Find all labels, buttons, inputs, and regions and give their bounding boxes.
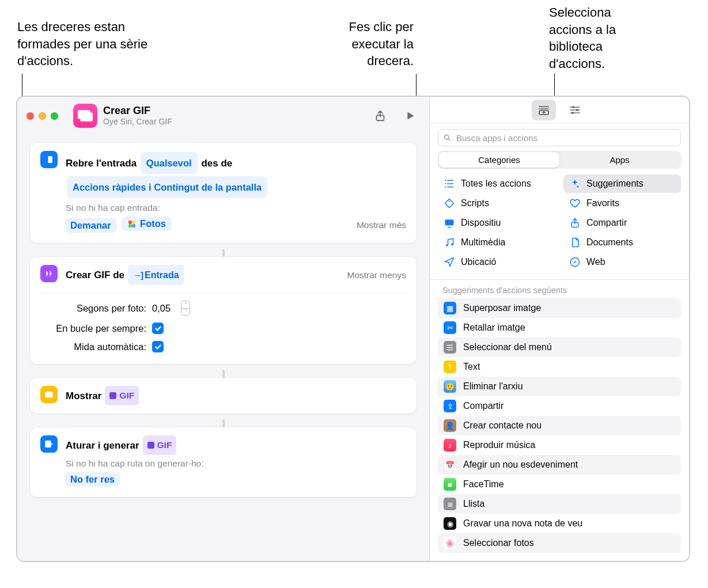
chip-photos[interactable]: Fotos [122, 217, 172, 231]
suggestion-item[interactable]: ⇪Compartir [438, 396, 681, 416]
chip-input-type[interactable]: Qualsevol [141, 152, 198, 174]
library-pane: Busca apps i accions Categories Apps Tot… [430, 97, 689, 561]
search-placeholder: Busca apps i accions [456, 133, 537, 143]
category-label: Web [586, 257, 605, 267]
chip-ask[interactable]: Demanar [65, 218, 117, 233]
category-label: Suggeriments [586, 179, 643, 189]
callout-library: Selecciona accions a la biblioteca d'acc… [549, 4, 647, 73]
app-icon: T [444, 361, 456, 373]
library-button[interactable] [532, 100, 556, 120]
suggestion-label: Seleccionar del menú [463, 342, 552, 352]
svg-point-14 [449, 201, 450, 202]
close-window-button[interactable] [26, 112, 34, 120]
svg-point-8 [576, 109, 578, 111]
stepper-buttons[interactable]: ˄ ˅ [181, 301, 190, 316]
suggestion-item[interactable]: 🙂Eliminar l'arxiu [438, 377, 681, 396]
loop-forever-checkbox[interactable] [152, 323, 164, 334]
seconds-per-photo-input[interactable] [152, 303, 179, 314]
text-fragment: Rebre l'entrada [66, 158, 139, 169]
category-label: Documents [586, 237, 633, 248]
action-card-output[interactable]: Aturar i generar GIF Si no hi ha cap rut… [30, 427, 417, 497]
nav-icon [444, 256, 455, 268]
action-card-input[interactable]: Rebre l'entrada Qualsevol des de Accions… [30, 143, 417, 243]
svg-point-11 [445, 180, 446, 181]
app-icon: 🌸 [444, 537, 456, 549]
svg-point-4 [47, 393, 48, 395]
suggestion-label: Crear contacte nou [463, 420, 542, 431]
editor-pane: Crear GIF Oye Siri, Crear GIF Rebre l'en… [17, 97, 430, 561]
settings-button[interactable] [563, 100, 587, 120]
chip-entrada[interactable]: Entrada [128, 265, 184, 285]
show-more-link[interactable]: Mostrar més [357, 219, 406, 230]
category-item-web[interactable]: Web [563, 253, 681, 271]
app-icon: 📅 [444, 458, 456, 471]
shortcut-title: Crear GIF [103, 105, 360, 117]
auto-size-checkbox[interactable] [152, 341, 164, 352]
suggestion-item[interactable]: ☰Seleccionar del menú [438, 337, 681, 357]
stepper-down-icon[interactable]: ˅ [181, 309, 190, 316]
suggestion-item[interactable]: ≣Llista [438, 494, 681, 514]
stepper-up-icon[interactable]: ˄ [181, 301, 190, 309]
chip-input-sources[interactable]: Accions ràpides i Contingut de la pantal… [67, 176, 267, 198]
suggestion-item[interactable]: ◉Gravar una nova nota de veu [438, 514, 681, 533]
segmented-control[interactable]: Categories Apps [438, 151, 681, 169]
connector [30, 370, 417, 378]
shortcut-subtitle: Oye Siri, Crear GIF [103, 117, 360, 127]
action-card-show[interactable]: Mostrar GIF [30, 378, 417, 414]
seg-categories[interactable]: Categories [439, 152, 559, 168]
category-label: Ubicació [461, 257, 496, 267]
app-icon: ☰ [444, 341, 456, 354]
category-label: Favorits [586, 198, 619, 208]
chip-noop[interactable]: No fer res [65, 472, 120, 487]
suggestion-item[interactable]: ■FaceTime [438, 475, 681, 494]
category-item-compartir[interactable]: Compartir [563, 214, 681, 232]
connector [30, 249, 417, 257]
chip-gif-var[interactable]: GIF [143, 435, 177, 455]
suggestions-header: Suggeriments d'accions següents [430, 280, 689, 298]
callout-run: Fes clic per executar la drecera. [316, 18, 414, 70]
suggestion-item[interactable]: 📅Afegir un nou esdeveniment [438, 455, 681, 475]
traffic-lights [26, 112, 58, 120]
connector [30, 419, 417, 427]
category-item-dispositiu[interactable]: Dispositiu [438, 214, 555, 232]
suggestion-item[interactable]: ♪Reproduir música [438, 435, 681, 455]
run-button[interactable] [400, 107, 420, 124]
seg-apps[interactable]: Apps [559, 152, 680, 168]
app-icon: ■ [444, 478, 456, 491]
category-grid: Totes les accionsSuggerimentsScriptsFavo… [430, 174, 689, 277]
makegif-icon [40, 265, 58, 282]
suggestion-item[interactable]: 🌸Seleccionar fotos [438, 533, 681, 553]
category-item-totes-les-accions[interactable]: Totes les accions [438, 174, 555, 193]
category-item-scripts[interactable]: Scripts [438, 194, 555, 213]
suggestion-item[interactable]: TText [438, 357, 681, 377]
text-fragment: Aturar i generar [66, 436, 139, 455]
action-text: Mostrar GIF [66, 386, 406, 405]
app-icon: ◉ [444, 517, 456, 530]
callout-actions-series: Les dreceres estan formades per una sèri… [17, 18, 173, 70]
suggestion-item[interactable]: ▦Superposar imatge [438, 298, 681, 318]
app-icon: ✂ [444, 321, 456, 334]
category-item-ubicaci-[interactable]: Ubicació [438, 253, 555, 271]
action-card-makegif[interactable]: Crear GIF de Entrada Mostrar menys Segon… [30, 257, 417, 364]
action-text: Rebre l'entrada Qualsevol des de Accions… [66, 151, 406, 199]
param-autosize-label: Mida automàtica: [40, 342, 146, 352]
category-item-favorits[interactable]: Favorits [563, 194, 681, 213]
show-icon [40, 386, 58, 403]
no-input-label: Si no hi ha cap entrada: [30, 199, 417, 213]
suggestion-item[interactable]: ✂Retallar imatge [438, 318, 681, 337]
category-item-multim-dia[interactable]: Multimèdia [438, 233, 555, 252]
suggestion-item[interactable]: 👤Crear contacte nou [438, 416, 681, 435]
share-button[interactable] [370, 107, 390, 124]
category-label: Scripts [461, 198, 489, 208]
display-icon [444, 217, 455, 229]
zoom-window-button[interactable] [51, 112, 58, 120]
tag-icon [444, 198, 455, 209]
category-item-documents[interactable]: Documents [563, 233, 681, 252]
category-item-suggeriments[interactable]: Suggeriments [563, 174, 681, 193]
minimize-window-button[interactable] [39, 112, 46, 120]
category-label: Compartir [586, 218, 627, 228]
chip-gif-var[interactable]: GIF [105, 386, 139, 405]
show-less-link[interactable]: Mostrar menys [347, 269, 407, 280]
list-icon [444, 178, 455, 189]
search-input[interactable]: Busca apps i accions [438, 129, 681, 146]
